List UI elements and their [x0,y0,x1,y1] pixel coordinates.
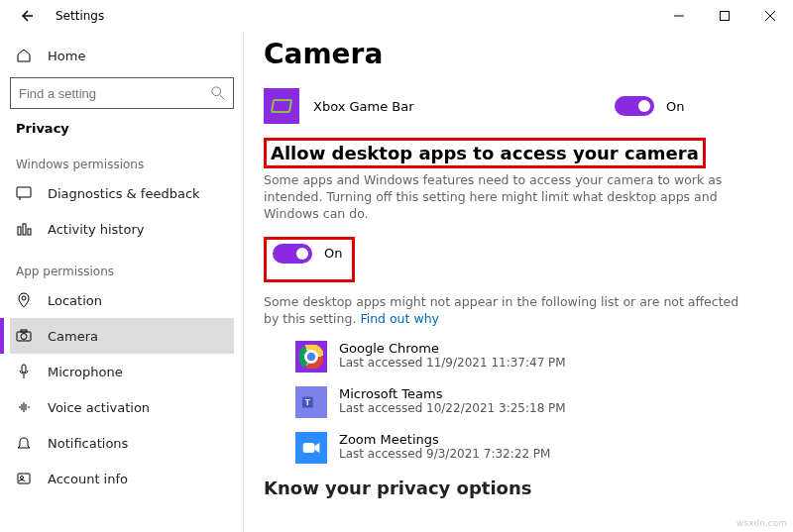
search-input[interactable] [19,86,197,101]
minimize-icon [674,11,684,21]
svg-point-6 [22,296,26,300]
desktop-app-last-accessed: Last accessed 11/9/2021 11:37:47 PM [339,356,566,370]
sidebar-item-activity-history[interactable]: Activity history [10,211,234,247]
section-heading: Allow desktop apps to access your camera [271,143,699,163]
close-button[interactable] [747,0,793,32]
svg-rect-4 [23,224,26,235]
highlight-toggle: On [264,237,355,282]
window-title: Settings [56,9,104,23]
svg-rect-2 [17,187,31,197]
back-button[interactable] [14,4,38,28]
svg-point-1 [212,87,221,96]
svg-point-21 [314,396,320,402]
group-windows-permissions: Windows permissions [0,150,244,175]
desktop-app-row: Zoom MeetingsLast accessed 9/3/2021 7:32… [295,432,753,464]
minimize-button[interactable] [656,0,702,32]
maximize-icon [720,11,730,21]
feedback-icon [16,185,32,201]
home-nav[interactable]: Home [10,38,234,73]
sidebar-item-label: Voice activation [48,400,150,415]
svg-rect-11 [18,474,30,483]
sidebar-item-label: Camera [48,329,98,344]
group-app-permissions: App permissions [0,257,244,282]
search-icon [211,86,225,100]
find-out-why-link[interactable]: Find out why [360,311,439,326]
camera-icon [16,328,32,344]
sidebar-item-label: Location [48,293,102,308]
svg-point-12 [21,477,24,479]
desktop-app-row: Google ChromeLast accessed 11/9/2021 11:… [295,341,753,372]
maximize-button[interactable] [702,0,747,32]
account-icon [16,471,32,486]
sidebar-item-label: Activity history [48,222,144,237]
svg-rect-5 [28,229,31,235]
xbox-toggle[interactable] [615,96,654,116]
microphone-icon [16,364,32,379]
search-input-wrap[interactable] [10,77,234,109]
sidebar-item-notifications[interactable]: Notifications [10,425,234,461]
footer-heading: Know your privacy options [264,478,753,498]
sidebar-item-microphone[interactable]: Microphone [10,354,234,389]
breadcrumb: Privacy [10,119,234,150]
svg-rect-10 [22,365,26,372]
section-description: Some apps and Windows features need to a… [264,172,753,223]
voice-icon [16,399,32,415]
sidebar-item-account-info[interactable]: Account info [10,461,234,496]
desktop-app-name: Zoom Meetings [339,432,550,447]
svg-rect-22 [313,401,320,408]
sidebar-item-label: Microphone [48,365,123,379]
app-tile-icon [295,341,327,372]
svg-text:T: T [305,398,310,407]
list-description: Some desktop apps might not appear in th… [264,294,753,328]
activity-icon [16,221,32,237]
xbox-toggle-label: On [666,99,684,114]
sidebar-item-voice-activation[interactable]: Voice activation [10,389,234,425]
desktop-app-row: TMicrosoft TeamsLast accessed 10/22/2021… [295,386,753,418]
close-icon [765,11,775,21]
svg-rect-0 [721,12,730,21]
sidebar-item-label: Notifications [48,436,128,451]
desktop-app-name: Google Chrome [339,341,566,356]
bell-icon [16,435,32,451]
sidebar-item-label: Account info [48,472,128,486]
sidebar-item-location[interactable]: Location [10,282,234,318]
desktop-apps-toggle-label: On [324,246,342,261]
highlight-heading: Allow desktop apps to access your camera [264,138,706,168]
xbox-gamebar-icon [264,88,299,124]
sidebar-item-diagnostics[interactable]: Diagnostics & feedback [10,175,234,211]
app-tile-icon [295,432,327,464]
desktop-app-name: Microsoft Teams [339,386,566,401]
page-title: Camera [264,38,753,70]
app-name: Xbox Game Bar [313,99,615,114]
svg-rect-23 [303,443,315,453]
back-arrow-icon [18,8,34,24]
desktop-app-last-accessed: Last accessed 9/3/2021 7:32:22 PM [339,447,550,461]
svg-rect-3 [18,227,21,235]
svg-point-8 [21,334,27,340]
location-icon [16,292,32,308]
desktop-app-last-accessed: Last accessed 10/22/2021 3:25:18 PM [339,401,566,415]
sidebar-item-label: Diagnostics & feedback [48,186,200,201]
watermark: wsxdn.com [736,518,787,528]
home-label: Home [48,49,85,63]
home-icon [16,48,32,63]
sidebar-item-camera[interactable]: Camera [10,318,234,354]
svg-rect-9 [21,330,27,332]
app-row-xbox: Xbox Game Bar On [264,84,753,128]
app-tile-icon: T [295,386,327,418]
desktop-apps-toggle[interactable] [273,244,312,264]
